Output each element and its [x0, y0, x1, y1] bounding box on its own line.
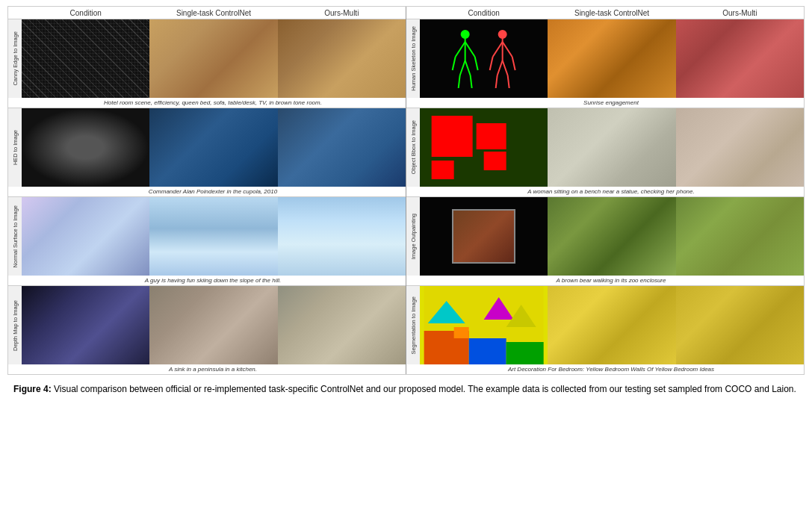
right-row-1-images-container [420, 19, 804, 98]
right-header-ours: Ours-Multi [676, 9, 804, 17]
svg-line-14 [490, 57, 493, 70]
svg-rect-23 [432, 161, 454, 179]
left-row-2-images-container [22, 108, 406, 187]
left-row-2: HED to Image Commander Alan Poindexter i… [8, 108, 406, 197]
left-row-3-img-2 [149, 197, 277, 276]
left-row-2-img-2 [149, 108, 277, 187]
left-row-3-label-container: Normal Surface to Image [8, 197, 22, 276]
right-row-3-label: Image Outpainting [410, 214, 417, 259]
right-row-2-img-3 [676, 108, 804, 187]
right-row-3-label-container: Image Outpainting [406, 197, 420, 276]
left-row-2-images: HED to Image [8, 108, 406, 187]
right-row-4-caption: Art Decoration For Bedroom: Yellow Bedro… [406, 364, 804, 374]
svg-rect-21 [477, 123, 506, 149]
right-row-1: Human Skeleton to Image [406, 19, 804, 108]
figure-caption-bold: Figure 4: [13, 384, 52, 394]
right-row-2-images: Object Bbox to Image [406, 108, 804, 187]
left-row-4-img-3 [278, 286, 406, 364]
left-header-ours: Ours-Multi [278, 9, 406, 17]
left-row-4-images-container [22, 286, 406, 364]
right-row-2-img-2 [548, 108, 675, 187]
right-row-3-images-container [420, 197, 804, 276]
right-row-4-images: Segmentation to Image [406, 286, 804, 364]
left-row-3: Normal Surface to Image A guy is having … [8, 197, 406, 286]
left-row-4-label-container: Depth Map to Image [8, 286, 22, 364]
figure-caption-text: Visual comparison between official or re… [52, 384, 796, 394]
right-row-1-caption: Sunrise engagement [406, 98, 804, 108]
left-header-condition: Condition [22, 9, 149, 17]
bbox-svg [420, 108, 548, 187]
right-row-4-img-2 [548, 286, 675, 364]
left-half: Condition Single-task ControlNet Ours-Mu… [8, 7, 406, 374]
left-row-1-img-1 [22, 19, 149, 98]
right-row-4-images-container [420, 286, 804, 364]
right-header-condition: Condition [420, 9, 548, 17]
left-row-3-caption: A guy is having fun skiing down the slop… [8, 276, 406, 285]
svg-rect-22 [484, 152, 506, 170]
svg-line-3 [465, 42, 475, 57]
svg-line-5 [475, 57, 478, 70]
right-row-2: Object Bbox to Image [406, 108, 804, 197]
left-row-3-img-3 [278, 197, 406, 276]
left-row-4: Depth Map to Image A sink in a peninsula… [8, 286, 406, 374]
outpaint-center-box [452, 209, 516, 264]
svg-line-15 [512, 57, 515, 70]
svg-rect-31 [454, 327, 469, 338]
left-row-1-img-3 [278, 19, 406, 98]
left-row-2-img-1 [22, 108, 149, 187]
right-row-4-label-container: Segmentation to Image [406, 286, 420, 364]
right-row-4-label: Segmentation to Image [410, 296, 417, 355]
svg-line-8 [459, 75, 460, 88]
right-row-3-img-2 [548, 197, 675, 276]
svg-line-18 [496, 75, 498, 88]
left-row-3-images-container [22, 197, 406, 276]
right-row-3-images: Image Outpainting [406, 197, 804, 276]
right-row-4-img-3 [676, 286, 804, 364]
figure-area: Condition Single-task ControlNet Ours-Mu… [7, 6, 805, 375]
right-row-1-label-container: Human Skeleton to Image [406, 19, 420, 98]
right-row-1-img-1 [420, 19, 548, 98]
left-col-headers: Condition Single-task ControlNet Ours-Mu… [8, 7, 406, 19]
right-col-headers: Condition Single-task ControlNet Ours-Mu… [406, 7, 804, 19]
right-row-2-img-1 [420, 108, 548, 187]
svg-line-16 [498, 60, 503, 75]
left-row-2-caption: Commander Alan Poindexter in the cupola,… [8, 187, 406, 196]
left-row-3-img-1 [22, 197, 149, 276]
figure-caption: Figure 4: Visual comparison between offi… [7, 379, 805, 397]
left-row-1: Canny Edge to Image Hotel room scene, ef… [8, 19, 406, 108]
svg-point-0 [462, 31, 469, 38]
svg-line-17 [503, 60, 508, 75]
right-row-2-caption: A woman sitting on a bench near a statue… [406, 187, 804, 196]
left-row-1-label: Canny Edge to Image [12, 31, 19, 86]
left-header-single-task: Single-task ControlNet [149, 9, 277, 17]
right-row-1-label: Human Skeleton to Image [410, 26, 417, 91]
left-row-2-label-container: HED to Image [8, 108, 22, 187]
svg-line-6 [460, 60, 465, 75]
right-row-4: Segmentation to Image [406, 286, 804, 374]
svg-point-10 [499, 31, 506, 38]
left-row-3-images: Normal Surface to Image [8, 197, 406, 276]
left-row-1-images-container [22, 19, 406, 98]
left-row-1-images: Canny Edge to Image [8, 19, 406, 98]
right-row-3: Image Outpainting A brown bear walking i… [406, 197, 804, 286]
left-row-1-label-container: Canny Edge to Image [8, 19, 22, 98]
svg-line-13 [503, 42, 512, 57]
right-row-3-img-3 [676, 197, 804, 276]
left-row-2-img-3 [278, 108, 406, 187]
right-row-2-images-container [420, 108, 804, 187]
seg-svg [420, 286, 548, 364]
right-row-3-img-1 [420, 197, 548, 276]
left-row-1-caption: Hotel room scene, efficiency, queen bed,… [8, 98, 406, 108]
left-row-4-label: Depth Map to Image [12, 300, 19, 351]
left-row-2-label: HED to Image [12, 130, 19, 165]
right-row-1-images: Human Skeleton to Image [406, 19, 804, 98]
svg-line-2 [456, 42, 465, 57]
main-container: Condition Single-task ControlNet Ours-Mu… [0, 0, 812, 401]
left-row-4-img-2 [149, 286, 277, 364]
left-row-1-img-2 [149, 19, 277, 98]
right-row-2-label: Object Bbox to Image [410, 120, 417, 174]
right-row-3-caption: A brown bear walking in its zoo enclosur… [406, 276, 804, 285]
svg-rect-26 [469, 338, 506, 364]
right-row-4-img-1 [420, 286, 548, 364]
svg-line-4 [453, 57, 456, 70]
